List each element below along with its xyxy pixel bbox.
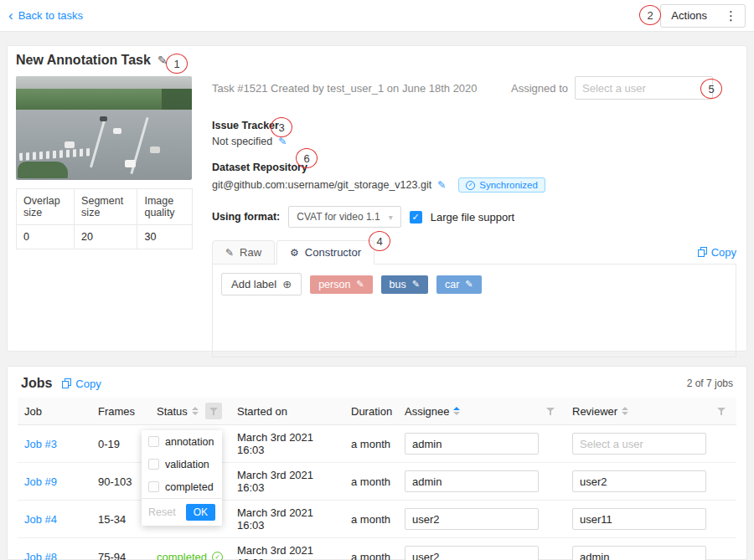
copy-jobs-button[interactable]: Copy [62,378,101,390]
label-tag-person[interactable]: person ✎ [310,275,372,294]
jobs-table-header-row: Job Frames Status Started on Duration [18,398,736,425]
plus-circle-icon: ⊕ [282,278,292,290]
issue-tracker-block: Issue Tracker Not specified ✎ [212,120,736,147]
copy-labels-label: Copy [711,246,736,259]
synchronized-badge[interactable]: ✓ Synchronized [458,177,545,193]
check-circle-icon: ✓ [466,181,475,190]
filter-reset-button[interactable]: Reset [148,506,176,518]
table-row: Job #9 90-103 March 3rd 2021 16:03 a mon… [18,463,736,501]
tab-raw[interactable]: ✎ Raw [212,240,275,265]
repository-url[interactable]: git@github.com:username/git_storage_v123… [212,179,431,191]
job-link[interactable]: Job #3 [24,438,57,450]
constructor-icon: ⚙ [290,247,299,259]
status-sort-icon[interactable] [192,407,199,415]
label-tag-bus[interactable]: bus ✎ [381,275,428,294]
large-file-support-checkbox[interactable]: ✓ [410,211,422,223]
duration-cell: a month [344,425,398,463]
validation-checkbox[interactable] [148,459,159,470]
table-row: Job #8 75-94 completed ✓ March 3rd 2021 … [18,538,736,560]
assignee-input[interactable] [405,508,539,530]
param-header-quality: Image quality [137,189,193,225]
issue-tracker-label: Issue Tracker [212,120,736,131]
assignee-filter-icon[interactable] [542,403,559,419]
task-parameters-table: Overlap size Segment size Image quality … [16,188,193,249]
completed-checkbox[interactable] [148,481,159,492]
filter-option-validation[interactable]: validation [142,453,222,475]
reviewer-input[interactable] [572,546,706,560]
status-info-circle-icon: ✓ [212,552,223,560]
job-link[interactable]: Job #9 [24,475,57,488]
label-tag-car-name: car [445,279,459,290]
duration-cell: a month [344,538,398,560]
assignee-input[interactable] [405,433,539,455]
annotation-checkbox[interactable] [148,436,159,447]
jobs-card: Jobs Copy 2 of 7 jobs Job Frames [7,366,747,560]
edit-repository-icon[interactable]: ✎ [437,179,446,191]
task-preview-image[interactable] [16,76,192,180]
param-header-segment: Segment size [75,189,137,225]
edit-title-icon[interactable]: ✎ [158,54,168,67]
task-title-row: New Annotation Task ✎ [16,53,168,68]
assignee-input[interactable] [405,546,539,560]
status-filter-icon[interactable] [205,403,222,419]
format-select[interactable]: CVAT for video 1.1 ▾ [288,206,400,228]
reviewer-sort-icon[interactable] [622,407,628,415]
edit-icon[interactable]: ✎ [465,279,473,290]
reviewer-input[interactable] [572,470,706,492]
reviewer-input[interactable] [572,433,706,455]
label-tag-bus-name: bus [390,279,406,290]
copy-labels-button[interactable]: Copy [698,246,736,259]
tab-raw-label: Raw [240,246,261,259]
duration-cell: a month [344,463,398,501]
add-label-label: Add label [231,278,276,290]
issue-tracker-value: Not specified [212,136,272,147]
more-icon: ⋮ [717,8,745,23]
started-cell: March 3rd 2021 16:03 [230,425,344,463]
chevron-down-icon: ▾ [389,213,393,222]
assignee-input[interactable] [405,470,539,492]
format-select-value: CVAT for video 1.1 [297,211,380,223]
assigned-to-label: Assigned to [511,82,568,95]
col-reviewer: Reviewer [572,405,617,418]
add-label-button[interactable]: Add label ⊕ [221,273,302,295]
job-link[interactable]: Job #4 [24,513,57,526]
tab-constructor[interactable]: ⚙ Constructor [276,240,374,265]
edit-icon[interactable]: ✎ [356,279,364,290]
param-value-segment: 20 [75,225,137,249]
table-row: Job #4 15-34 March 3rd 2021 16:03 a mont… [18,501,736,538]
back-to-tasks-link[interactable]: ‹ Back to tasks [8,9,83,22]
tab-constructor-label: Constructor [305,246,361,259]
jobs-table: Job Frames Status Started on Duration [18,398,736,560]
jobs-header: Jobs Copy 2 of 7 jobs [8,367,746,398]
filter-option-validation-label: validation [165,459,209,470]
actions-button[interactable]: Actions ⋮ [660,4,746,28]
col-duration: Duration [351,405,392,418]
filter-option-annotation[interactable]: annotation [142,430,222,453]
edit-icon[interactable]: ✎ [412,279,420,290]
col-started-on: Started on [237,405,287,418]
reviewer-filter-icon[interactable] [713,403,730,419]
copy-jobs-label: Copy [75,378,101,390]
col-assignee: Assignee [405,405,449,418]
jobs-table-wrap: Job Frames Status Started on Duration [8,398,746,560]
assignee-sort-icon[interactable] [453,407,460,415]
filter-option-completed[interactable]: completed [142,475,222,498]
page-title: New Annotation Task [16,53,151,68]
preview-car [100,116,107,121]
label-tag-car[interactable]: car ✎ [436,275,482,294]
filter-ok-button[interactable]: OK [186,504,215,521]
assignee-select-input[interactable] [575,76,713,100]
job-link[interactable]: Job #8 [24,551,57,560]
started-cell: March 3rd 2021 16:03 [230,501,344,538]
jobs-count: 2 of 7 jobs [687,378,733,389]
reviewer-input[interactable] [572,508,706,530]
preview-car [150,146,160,153]
edit-issue-tracker-icon[interactable]: ✎ [278,136,287,147]
labels-constructor-panel: Add label ⊕ person ✎ bus ✎ car ✎ [212,264,736,357]
param-header-overlap: Overlap size [17,189,75,225]
task-meta-text: Task #1521 Created by test_user_1 on Jun… [212,82,478,95]
format-row: Using format: CVAT for video 1.1 ▾ ✓ Lar… [212,206,736,228]
labels-tabs-row: ✎ Raw ⚙ Constructor Copy [212,240,736,264]
synchronized-label: Synchronized [479,180,538,190]
actions-label: Actions [661,9,717,22]
